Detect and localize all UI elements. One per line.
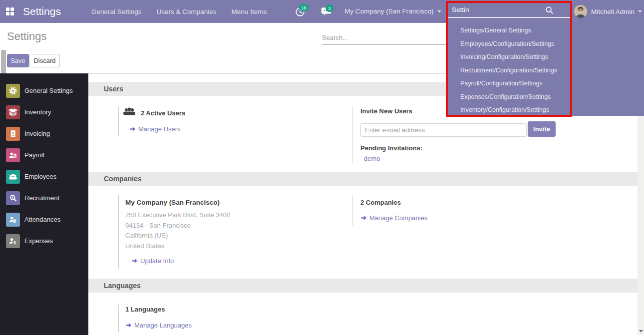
svg-text:$: $	[13, 240, 16, 245]
invoice-icon: $	[6, 127, 20, 141]
languages-count: 1 Languages	[125, 306, 338, 313]
manage-companies-link[interactable]: Manage Companies	[360, 214, 427, 222]
company-address: 250 Executive Park Blvd, Suite 3400 9413…	[125, 210, 338, 251]
search-suggestions-dropdown: Settings/General Settings Employees/Conf…	[448, 23, 644, 116]
box-icon	[6, 105, 20, 119]
discard-button[interactable]: Discard	[29, 54, 60, 67]
address-line: California (US)	[125, 231, 338, 241]
languages-box: 1 Languages Manage Languages	[118, 305, 338, 332]
arrow-right-icon	[131, 258, 138, 264]
sidebar-item-label: Invoicing	[24, 130, 50, 137]
company-selector-label: My Company (San Francisco)	[344, 7, 434, 15]
gear-icon	[6, 84, 20, 98]
menu-menu-items[interactable]: Menu Items	[232, 8, 267, 15]
company-name: My Company (San Francisco)	[125, 199, 338, 206]
sidebar-item-label: Inventory	[24, 108, 51, 116]
expense-icon: $	[6, 234, 20, 248]
arrow-right-icon	[129, 126, 136, 132]
pending-invitations-label: Pending Invitations:	[360, 144, 592, 152]
message-count-badge: 3	[325, 4, 333, 12]
search-suggestion-expenses[interactable]: Expenses/Configuration/Settings	[448, 90, 644, 104]
scroll-down-arrow-icon[interactable]	[639, 330, 643, 333]
manage-users-link[interactable]: Manage Users	[129, 125, 181, 133]
company-info-box: My Company (San Francisco) 250 Executive…	[118, 195, 338, 269]
manage-users-label: Manage Users	[138, 125, 181, 133]
section-header-companies: Companies	[88, 172, 638, 186]
users-group-icon	[123, 107, 136, 119]
chevron-down-icon	[437, 10, 441, 12]
messages-icon[interactable]: 3	[321, 6, 332, 17]
update-info-label: Update Info	[140, 257, 174, 265]
companies-count-box: 2 Companies Manage Companies	[352, 195, 572, 226]
app-title: Settings	[23, 0, 61, 23]
companies-count: 2 Companies	[360, 199, 572, 206]
address-line: 94134 - San Francisco	[125, 221, 338, 231]
arrow-right-icon	[125, 323, 132, 328]
manage-languages-label: Manage Languages	[134, 322, 192, 329]
user-name: Mitchell Admin	[591, 8, 635, 15]
search-suggestion-recruitment[interactable]: Recruitment/Configuration/Settings	[448, 64, 644, 77]
search-suggestion-payroll[interactable]: Payroll/Configuration/Settings	[448, 77, 644, 90]
navbar-search-input[interactable]	[448, 2, 548, 17]
menu-users-companies[interactable]: Users & Companies	[157, 8, 217, 15]
sidebar-item-recruitment[interactable]: Recruitment	[0, 187, 88, 209]
payroll-icon: $	[6, 148, 20, 162]
top-navbar: Settings General Settings Users & Compan…	[0, 0, 644, 23]
apps-menu-icon[interactable]	[6, 7, 14, 15]
sidebar-item-inventory[interactable]: Inventory	[0, 101, 88, 123]
pending-invitation-demo-link[interactable]: demo	[364, 155, 592, 162]
search-suggestion-inventory[interactable]: Inventory/Configuration/Settings	[448, 103, 644, 117]
manage-languages-link[interactable]: Manage Languages	[125, 322, 192, 329]
odoo-settings-screen: Settings General Settings Users & Compan…	[0, 0, 644, 335]
sidebar-item-expenses[interactable]: $ Expenses	[0, 230, 88, 252]
activity-clock-icon[interactable]: 18	[295, 6, 306, 17]
search-suggestion-employees[interactable]: Employees/Configuration/Settings	[448, 37, 644, 51]
address-line: 250 Executive Park Blvd, Suite 3400	[125, 210, 338, 221]
sidebar-item-label: Employees	[24, 173, 56, 180]
active-users-box: 2 Active Users Manage Users	[118, 106, 308, 136]
svg-text:$: $	[14, 154, 16, 157]
sidebar-item-employees[interactable]: Employees	[0, 166, 88, 187]
search-icon[interactable]	[545, 6, 554, 16]
navbar-menu: General Settings Users & Companies Menu …	[91, 0, 267, 23]
sidebar-item-label: Expenses	[24, 237, 53, 245]
user-menu[interactable]: Mitchell Admin	[574, 0, 642, 23]
search-suggestion-settings-general[interactable]: Settings/General Settings	[448, 24, 644, 37]
recruitment-icon	[6, 191, 20, 205]
arrow-right-icon	[360, 215, 367, 221]
page-title: Settings	[7, 30, 47, 43]
company-selector[interactable]: My Company (San Francisco)	[344, 0, 441, 23]
sidebar-item-label: General Settings	[24, 87, 73, 94]
search-suggestion-invoicing[interactable]: Invoicing/Configuration/Settings	[448, 50, 644, 64]
attendance-icon	[6, 213, 20, 227]
active-users-count: 2 Active Users	[141, 109, 185, 117]
update-info-link[interactable]: Update Info	[131, 257, 174, 265]
sidebar-item-payroll[interactable]: $ Payroll	[0, 144, 88, 166]
svg-text:$: $	[12, 131, 14, 135]
invite-button[interactable]: Invite	[528, 121, 556, 137]
activity-count-badge: 18	[299, 4, 309, 11]
navbar-search-field[interactable]	[448, 2, 572, 18]
settings-sidebar: General Settings Inventory $	[0, 73, 88, 335]
sidebar-item-label: Attendances	[24, 216, 60, 223]
manage-companies-label: Manage Companies	[369, 214, 427, 222]
save-button[interactable]: Save	[7, 54, 29, 67]
sidebar-item-label: Payroll	[24, 151, 44, 159]
sidebar-item-label: Recruitment	[24, 194, 59, 202]
invite-email-input[interactable]	[360, 123, 527, 137]
employees-icon	[6, 170, 20, 184]
avatar	[574, 5, 587, 18]
sidebar-item-general-settings[interactable]: General Settings	[0, 80, 88, 101]
address-line: United States	[125, 241, 338, 252]
sidebar-item-invoicing[interactable]: $ Invoicing	[0, 123, 88, 144]
sidebar-item-attendances[interactable]: Attendances	[0, 209, 88, 230]
chevron-down-icon	[638, 10, 642, 12]
section-header-languages: Languages	[88, 279, 638, 293]
menu-general-settings[interactable]: General Settings	[91, 8, 142, 15]
